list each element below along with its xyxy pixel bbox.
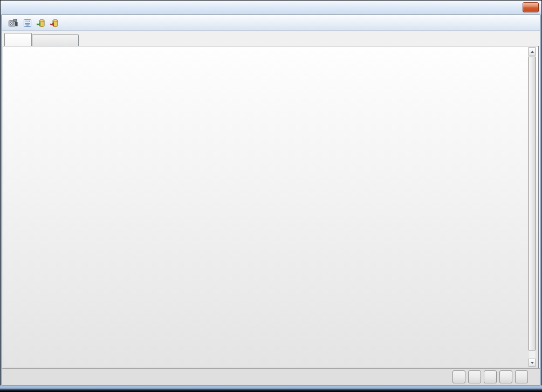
dialog-window [0,0,542,392]
megse-button[interactable] [515,370,528,383]
scroll-down-icon[interactable] [529,359,536,367]
atemelesek-beallitasa-button [468,370,481,383]
scrollbar-thumb[interactable] [529,57,536,350]
filter-form-panel [3,46,539,368]
kitoltes-button [499,370,512,383]
tab-szures[interactable] [4,33,32,46]
vertical-scrollbar[interactable] [528,47,536,367]
camera-icon[interactable] [7,17,19,29]
toolbar [2,15,540,31]
tab-szallitolevelek[interactable] [32,35,79,46]
atemelesek-torlese-button [484,370,497,383]
footer-button-bar [2,368,540,385]
scroll-up-icon[interactable] [529,47,536,56]
database-load-icon[interactable] [35,17,47,29]
window-frame-bottom [0,386,542,392]
szallitolevelek-button[interactable] [452,370,465,383]
client-area [2,15,540,386]
close-icon[interactable] [523,2,539,12]
database-save-icon[interactable] [48,17,60,29]
titlebar [1,1,541,15]
calculator-icon[interactable] [21,17,33,29]
